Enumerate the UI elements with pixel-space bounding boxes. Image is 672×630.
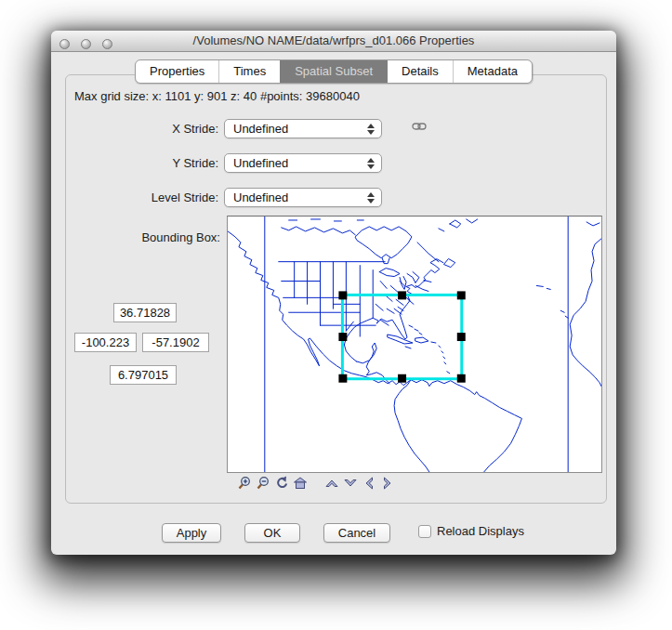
west-longitude-field[interactable] <box>74 333 137 352</box>
zoom-out-icon[interactable] <box>256 476 270 491</box>
title-bar[interactable]: /Volumes/NO NAME/data/wrfprs_d01.066 Pro… <box>51 31 616 52</box>
reset-view-icon[interactable] <box>274 476 289 491</box>
selection-handles[interactable] <box>338 291 465 382</box>
handle-top-right[interactable] <box>457 291 466 299</box>
tab-metadata[interactable]: Metadata <box>453 60 532 83</box>
stepper-arrows-icon <box>366 156 375 171</box>
south-latitude-field[interactable] <box>110 365 177 385</box>
tab-spatial-subset[interactable]: Spatial Subset <box>280 60 387 83</box>
handle-bottom-right[interactable] <box>457 374 466 383</box>
east-longitude-field[interactable] <box>142 333 209 352</box>
world-map-canvas[interactable] <box>228 217 601 472</box>
pan-down-icon[interactable] <box>343 476 358 491</box>
stepper-arrows-icon <box>366 122 375 137</box>
ok-button[interactable]: OK <box>244 523 300 543</box>
reload-displays-checkbox[interactable] <box>418 525 431 538</box>
handle-top-mid[interactable] <box>398 291 406 299</box>
map-toolbar <box>237 476 399 491</box>
bounding-box-map[interactable] <box>227 216 602 473</box>
y-stride-value: Undefined <box>233 156 288 170</box>
pan-left-icon[interactable] <box>362 476 376 491</box>
home-icon[interactable] <box>293 476 308 491</box>
x-stride-dropdown[interactable]: Undefined <box>224 119 382 138</box>
tab-bar: Properties Times Spatial Subset Details … <box>135 59 533 84</box>
tab-times[interactable]: Times <box>218 60 280 83</box>
y-stride-label: Y Stride: <box>70 153 218 173</box>
bounding-box-label: Bounding Box: <box>70 230 220 244</box>
x-stride-value: Undefined <box>233 122 288 136</box>
handle-mid-right[interactable] <box>457 333 466 341</box>
pan-right-icon[interactable] <box>380 476 395 491</box>
tab-properties[interactable]: Properties <box>136 60 218 83</box>
handle-mid-left[interactable] <box>338 333 347 341</box>
max-grid-size-text: Max grid size: x: 1101 y: 901 z: 40 #poi… <box>74 89 360 103</box>
map-coastlines <box>228 217 601 472</box>
link-icon[interactable] <box>412 121 427 132</box>
handle-top-left[interactable] <box>338 291 347 299</box>
level-stride-label: Level Stride: <box>70 188 218 207</box>
zoom-in-icon[interactable] <box>237 476 252 491</box>
handle-bottom-mid[interactable] <box>398 374 406 383</box>
apply-button[interactable]: Apply <box>162 523 221 543</box>
x-stride-label: X Stride: <box>70 119 218 138</box>
tab-details[interactable]: Details <box>387 60 453 83</box>
north-latitude-field[interactable] <box>113 303 177 322</box>
pan-up-icon[interactable] <box>324 476 339 491</box>
properties-window: /Volumes/NO NAME/data/wrfprs_d01.066 Pro… <box>51 31 616 555</box>
window-title: /Volumes/NO NAME/data/wrfprs_d01.066 Pro… <box>51 33 616 47</box>
cancel-button[interactable]: Cancel <box>323 523 390 543</box>
level-stride-value: Undefined <box>233 190 288 204</box>
level-stride-dropdown[interactable]: Undefined <box>224 188 382 207</box>
y-stride-dropdown[interactable]: Undefined <box>224 153 382 173</box>
handle-bottom-left[interactable] <box>338 374 347 383</box>
stepper-arrows-icon <box>366 190 375 205</box>
reload-displays-label: Reload Displays <box>437 524 524 538</box>
